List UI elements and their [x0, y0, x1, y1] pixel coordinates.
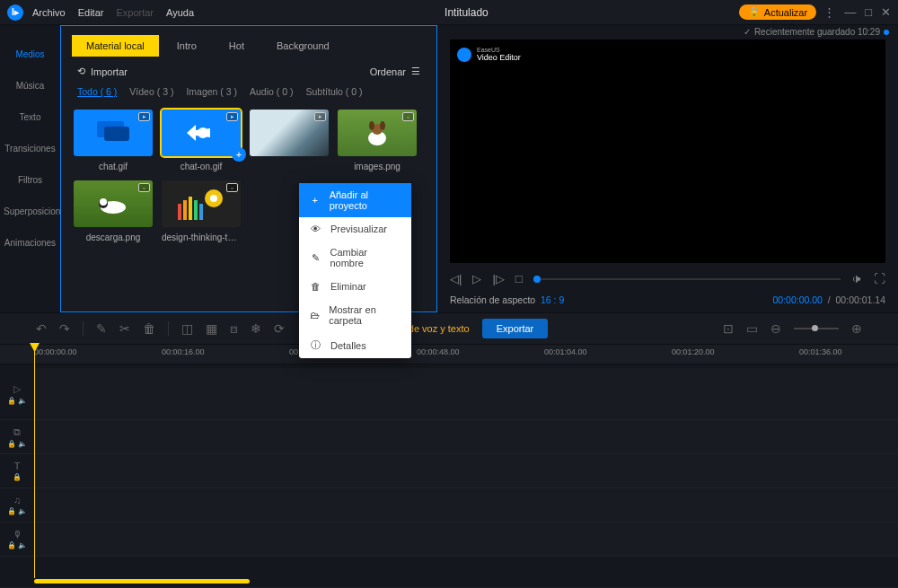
- status-dot-icon: [884, 30, 889, 35]
- undo-button[interactable]: ↶: [36, 321, 47, 336]
- marker-button[interactable]: ▭: [746, 321, 758, 336]
- ruler-mark: 00:01:36.00: [799, 347, 842, 356]
- delete-button[interactable]: 🗑: [143, 321, 155, 336]
- media-badge-icon: ▸: [226, 112, 238, 121]
- playhead[interactable]: [34, 345, 35, 578]
- svg-point-6: [380, 121, 385, 130]
- tab-material-local[interactable]: Material local: [72, 35, 159, 57]
- speed-button[interactable]: ⟳: [274, 321, 285, 336]
- fit-button[interactable]: ⊡: [723, 321, 734, 336]
- add-to-project-icon[interactable]: +: [232, 147, 246, 162]
- split-button[interactable]: ⧈: [230, 321, 238, 337]
- ctx-delete[interactable]: 🗑 Eliminar: [299, 275, 411, 298]
- trash-icon: 🗑: [310, 281, 321, 292]
- svg-point-5: [369, 121, 374, 130]
- ctx-show-in-folder[interactable]: 🗁 Mostrar en carpeta: [299, 298, 411, 332]
- ctx-rename[interactable]: ✎ Cambiar nombre: [299, 241, 411, 275]
- media-item[interactable]: ▸: [250, 110, 329, 171]
- tab-background[interactable]: Background: [262, 35, 344, 57]
- lock-icon: 🔒: [748, 6, 761, 18]
- freeze-button[interactable]: ❄: [251, 321, 261, 336]
- stop-button[interactable]: □: [515, 272, 523, 285]
- dog-image-icon: [359, 115, 395, 151]
- filter-subtitulo[interactable]: Subtítulo ( 0 ): [305, 86, 362, 97]
- minimize-button[interactable]: —: [844, 5, 856, 19]
- lock-icon[interactable]: 🔒 🔈: [7, 440, 27, 448]
- volume-button[interactable]: 🕩: [851, 272, 863, 285]
- filter-audio[interactable]: Audio ( 0 ): [250, 86, 293, 97]
- filter-imagen[interactable]: Imagen ( 3 ): [186, 86, 237, 97]
- timeline-ruler[interactable]: 00:00:00.00 00:00:16.00 00:00:32.00 00:0…: [0, 345, 898, 364]
- zoom-slider[interactable]: [794, 328, 839, 329]
- menu-editar[interactable]: Editar: [78, 7, 104, 18]
- tab-hot[interactable]: Hot: [215, 35, 259, 57]
- export-button[interactable]: Exportar: [482, 319, 549, 338]
- preview-screen[interactable]: EaseUSVideo Editor: [450, 39, 885, 263]
- preview-brand: EaseUSVideo Editor: [457, 47, 521, 63]
- timeline-scrollbar[interactable]: [34, 579, 250, 584]
- close-button[interactable]: ✕: [881, 5, 891, 19]
- ctx-details[interactable]: ⓘ Detalles: [299, 332, 411, 358]
- tab-intro[interactable]: Intro: [163, 35, 211, 57]
- lock-icon[interactable]: 🔒: [13, 473, 22, 481]
- voice-track-icon: 🎙: [13, 529, 22, 540]
- media-item[interactable]: ▸ + chat-on.gif: [162, 110, 241, 171]
- timeline-toolbar: ↶ ↷ ✎ ✂ 🗑 ◫ ▦ ⧈ ❄ ⟳ 🎙 ▣ Conversor de voz…: [0, 312, 898, 345]
- lock-icon[interactable]: 🔒 🔈: [7, 397, 27, 405]
- sidebar-item-texto[interactable]: Texto: [0, 101, 60, 133]
- svg-point-9: [100, 198, 107, 206]
- text-track[interactable]: T🔒: [0, 454, 898, 488]
- ruler-mark: 00:00:16.00: [162, 347, 205, 356]
- zoom-in-button[interactable]: ⊕: [851, 321, 862, 336]
- cut-button[interactable]: ✂: [119, 321, 130, 336]
- save-status: ✓ Recientemente guardado 10:29: [744, 27, 889, 37]
- media-item[interactable]: ▫ descarga.png: [74, 180, 153, 242]
- dog-running-icon: [91, 186, 136, 222]
- media-item[interactable]: ▫ design-thinking-tools: [162, 180, 241, 242]
- sidebar-item-transiciones[interactable]: Transiciones: [0, 133, 60, 164]
- play-button[interactable]: ▷: [472, 272, 481, 285]
- sidebar-item-medios[interactable]: Medios: [0, 39, 60, 70]
- edit-icon[interactable]: ✎: [96, 321, 107, 336]
- seek-thumb[interactable]: [533, 276, 541, 283]
- next-frame-button[interactable]: |▷: [492, 272, 504, 285]
- fullscreen-button[interactable]: ⛶: [874, 272, 885, 285]
- sort-button[interactable]: Ordenar ☰: [370, 66, 420, 77]
- app-logo: I▸: [7, 4, 23, 21]
- kebab-icon[interactable]: ⋮: [823, 5, 835, 19]
- update-button[interactable]: 🔒 Actualizar: [739, 4, 816, 20]
- video-track[interactable]: ▷🔒 🔈: [0, 368, 898, 420]
- import-button[interactable]: ⟲ Importar: [77, 66, 128, 77]
- ctx-preview[interactable]: 👁 Previsualizar: [299, 217, 411, 241]
- time-display: 00:00:00.00 / 00:00:01.14: [772, 294, 885, 305]
- menu-archivo[interactable]: Archivo: [32, 7, 66, 18]
- zoom-out-button[interactable]: ⊖: [770, 321, 781, 336]
- audio-track[interactable]: ♫🔒 🔈: [0, 488, 898, 522]
- lock-icon[interactable]: 🔒 🔈: [7, 541, 27, 549]
- maximize-button[interactable]: □: [865, 5, 872, 19]
- filter-video[interactable]: Vídeo ( 3 ): [129, 86, 173, 97]
- media-panel: Material local Intro Hot Background ⟲ Im…: [60, 25, 437, 312]
- menu-exportar[interactable]: Exportar: [116, 7, 154, 18]
- audio-track-icon: ♫: [13, 495, 21, 505]
- mosaic-button[interactable]: ▦: [206, 321, 217, 336]
- ctx-add-to-project[interactable]: + Añadir al proyecto: [299, 183, 411, 217]
- filter-todo[interactable]: Todo ( 6 ): [77, 86, 117, 97]
- svg-rect-1: [104, 127, 129, 141]
- sidebar-item-musica[interactable]: Música: [0, 70, 60, 101]
- redo-button[interactable]: ↷: [59, 321, 70, 336]
- sidebar-item-superposiciones[interactable]: Superposiciones: [0, 196, 60, 227]
- sidebar-item-animaciones[interactable]: Animaciones: [0, 227, 60, 259]
- aspect-ratio[interactable]: Relación de aspecto 16 : 9: [450, 294, 564, 305]
- chat-on-icon: [183, 119, 219, 146]
- voice-track[interactable]: 🎙🔒 🔈: [0, 522, 898, 557]
- prev-frame-button[interactable]: ◁|: [450, 272, 462, 285]
- sidebar-item-filtros[interactable]: Filtros: [0, 164, 60, 196]
- overlay-track[interactable]: ⧉🔒 🔈: [0, 420, 898, 454]
- media-item[interactable]: ▸ chat.gif: [74, 110, 153, 171]
- seek-bar[interactable]: [533, 278, 841, 280]
- media-item[interactable]: ▫ images.png: [338, 110, 417, 171]
- crop-button[interactable]: ◫: [181, 321, 193, 336]
- menu-ayuda[interactable]: Ayuda: [166, 7, 194, 18]
- lock-icon[interactable]: 🔒 🔈: [7, 507, 27, 515]
